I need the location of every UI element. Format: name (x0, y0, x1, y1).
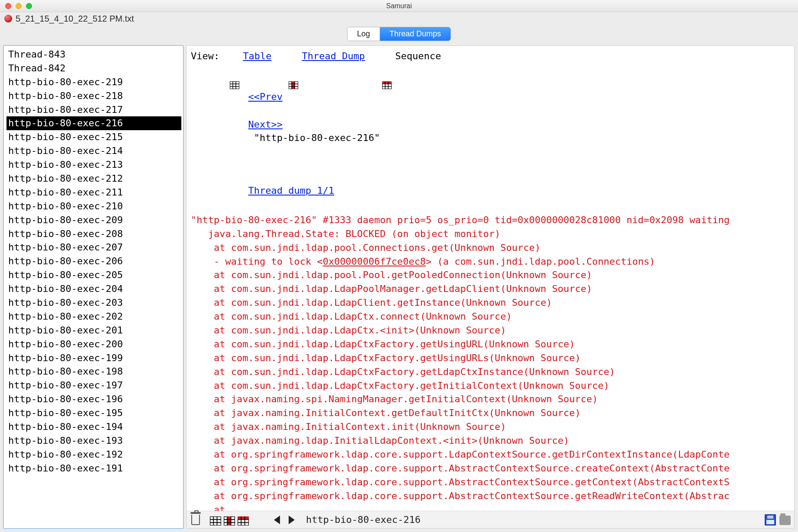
stack-line: at com.sun.jndi.ldap.pool.Connections.ge… (191, 241, 791, 255)
svg-rect-17 (210, 516, 221, 526)
thread-list-item[interactable]: http-bio-80-exec-207 (6, 240, 181, 254)
thread-list-item[interactable]: http-bio-80-exec-205 (6, 268, 181, 282)
svg-rect-29 (238, 516, 249, 519)
toolbar-sequence-button[interactable] (238, 516, 249, 527)
thread-list-item[interactable]: http-bio-80-exec-197 (6, 378, 181, 392)
nav-line: <<Prev Next>> "http-bio-80-exec-216" (191, 76, 791, 159)
stack-line: at com.sun.jndi.ldap.LdapCtx.<init>(Unkn… (191, 324, 791, 337)
triangle-left-icon (274, 516, 280, 524)
thread-list-item[interactable]: http-bio-80-exec-210 (6, 199, 181, 213)
stack-lock-line: - waiting to lock <0x00000006f7ce0ec8> (… (191, 255, 791, 269)
stack-header: "http-bio-80-exec-216" #1333 daemon prio… (191, 213, 791, 227)
thread-list-item[interactable]: http-bio-80-exec-216 (6, 116, 181, 130)
thread-list-item[interactable]: http-bio-80-exec-217 (6, 103, 181, 117)
thread-list-item[interactable]: http-bio-80-exec-192 (6, 448, 181, 461)
thread-list-item[interactable]: http-bio-80-exec-196 (6, 392, 181, 406)
stack-line: at org.springframework.ldap.core.support… (191, 489, 791, 503)
prev-thread-button[interactable] (271, 514, 283, 526)
tabs-row: Log Thread Dumps (0, 25, 798, 43)
toolbar-current-thread: http-bio-80-exec-216 (306, 514, 421, 525)
thread-list-item[interactable]: http-bio-80-exec-200 (6, 337, 181, 351)
thread-list-item[interactable]: http-bio-80-exec-193 (6, 434, 181, 448)
app-window: Samurai 5_21_15_4_10_22_512 PM.txt Log T… (0, 0, 798, 532)
thread-list-item[interactable]: Thread-842 (6, 61, 181, 75)
view-table-link[interactable]: Table (243, 49, 271, 63)
thread-list-item[interactable]: http-bio-80-exec-213 (6, 158, 181, 172)
table-icon (230, 54, 239, 61)
tab-thread-dumps[interactable]: Thread Dumps (380, 27, 450, 41)
view-mode-buttons (210, 514, 250, 526)
thread-list-item[interactable]: http-bio-80-exec-201 (6, 324, 181, 337)
svg-rect-0 (230, 81, 239, 89)
document-name: 5_21_15_4_10_22_512 PM.txt (16, 14, 134, 24)
thread-list-item[interactable]: http-bio-80-exec-198 (6, 365, 181, 378)
thread-list-item[interactable]: http-bio-80-exec-191 (6, 461, 181, 475)
titlebar: Samurai (0, 0, 798, 12)
next-thread-button[interactable] (286, 514, 297, 526)
svg-rect-12 (382, 81, 392, 83)
view-tabs: Log Thread Dumps (347, 27, 451, 41)
view-sequence-label: Sequence (395, 49, 441, 63)
folder-icon (779, 516, 791, 525)
thread-list-item[interactable]: http-bio-80-exec-218 (6, 89, 181, 103)
thread-list-item[interactable]: http-bio-80-exec-212 (6, 172, 181, 186)
view-label: View: (191, 49, 219, 63)
zoom-window-button[interactable] (26, 3, 32, 9)
next-link[interactable]: Next>> (248, 119, 282, 130)
stack-line: at javax.naming.InitialContext.init(Unkn… (191, 420, 791, 434)
thread-list-item[interactable]: http-bio-80-exec-195 (6, 406, 181, 420)
thread-list-item[interactable]: http-bio-80-exec-214 (6, 144, 181, 158)
open-folder-button[interactable] (779, 514, 791, 526)
stack-line: at com.sun.jndi.ldap.LdapClient.getInsta… (191, 296, 791, 310)
stack-line: at com.sun.jndi.ldap.pool.Pool.getPooled… (191, 268, 791, 282)
stack-line: at com.sun.jndi.ldap.LdapCtxFactory.getU… (191, 337, 791, 351)
window-title: Samurai (386, 2, 412, 10)
thread-list-pane: Thread-843Thread-842http-bio-80-exec-219… (3, 45, 183, 529)
triangle-right-icon (289, 516, 295, 524)
thread-dump-index-link[interactable]: Thread dump 1/1 (248, 185, 334, 196)
stack-line: at javax.naming.ldap.InitialLdapContext.… (191, 434, 791, 448)
thread-list-item[interactable]: http-bio-80-exec-208 (6, 227, 181, 241)
stack-line: at org.springframework.ldap.core.support… (191, 448, 791, 461)
close-window-button[interactable] (5, 3, 11, 9)
trash-icon (191, 515, 200, 525)
thread-list[interactable]: Thread-843Thread-842http-bio-80-exec-219… (4, 46, 183, 528)
thread-dump-icon (289, 54, 298, 61)
stack-line: at javax.naming.InitialContext.getDefaul… (191, 406, 791, 420)
prev-link[interactable]: <<Prev (248, 91, 282, 102)
window-controls (5, 3, 32, 9)
thread-list-item[interactable]: http-bio-80-exec-202 (6, 310, 181, 324)
thread-list-item[interactable]: http-bio-80-exec-199 (6, 351, 181, 365)
save-button[interactable] (765, 514, 776, 526)
thread-list-item[interactable]: http-bio-80-exec-211 (6, 186, 181, 199)
stack-line: at org.springframework.ldap.core.support… (191, 475, 791, 489)
toolbar-threaddump-button[interactable] (224, 516, 235, 527)
delete-button[interactable] (190, 514, 201, 526)
thread-list-item[interactable]: Thread-843 (6, 48, 181, 61)
thread-list-item[interactable]: http-bio-80-exec-206 (6, 254, 181, 268)
tab-log[interactable]: Log (348, 27, 380, 41)
stack-line: at com.sun.jndi.ldap.LdapCtxFactory.getU… (191, 351, 791, 365)
stack-state: java.lang.Thread.State: BLOCKED (on obje… (191, 227, 791, 241)
minimize-window-button[interactable] (16, 3, 22, 9)
content-area: Thread-843Thread-842http-bio-80-exec-219… (0, 43, 798, 532)
toolbar-table-button[interactable] (210, 516, 221, 527)
thread-list-item[interactable]: http-bio-80-exec-215 (6, 130, 181, 144)
thread-detail-scroll[interactable]: View: Table Thread Dump Sequence (187, 46, 794, 511)
thread-list-item[interactable]: http-bio-80-exec-209 (6, 213, 181, 227)
thread-list-item[interactable]: http-bio-80-exec-204 (6, 282, 181, 296)
recording-icon (4, 15, 12, 22)
view-controls: View: Table Thread Dump Sequence (191, 49, 791, 63)
view-thread-dump-link[interactable]: Thread Dump (302, 49, 365, 63)
thread-list-item[interactable]: http-bio-80-exec-219 (6, 75, 181, 89)
sequence-icon (382, 54, 392, 61)
thread-detail-pane: View: Table Thread Dump Sequence (186, 45, 795, 529)
detail-toolbar: http-bio-80-exec-216 (187, 511, 794, 528)
lock-ref[interactable]: 0x00000006f7ce0ec8 (323, 256, 426, 267)
stack-line: at (191, 503, 791, 511)
thread-list-item[interactable]: http-bio-80-exec-194 (6, 420, 181, 434)
svg-rect-23 (227, 516, 231, 526)
thread-list-item[interactable]: http-bio-80-exec-203 (6, 296, 181, 310)
current-thread-quoted: "http-bio-80-exec-216" (248, 132, 380, 143)
document-bar: 5_21_15_4_10_22_512 PM.txt (0, 12, 798, 25)
